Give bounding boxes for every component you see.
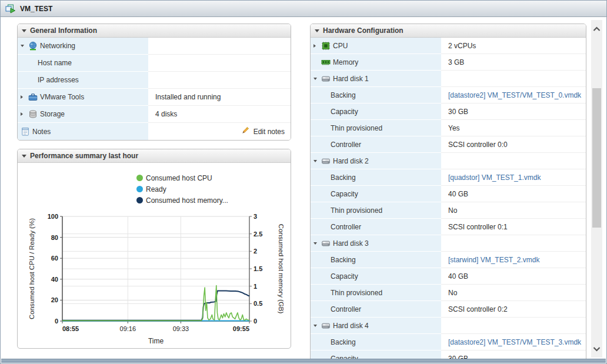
row-label: Thin provisioned bbox=[331, 206, 382, 215]
row-label: Controller bbox=[331, 223, 361, 231]
hardware-row-thin-provisioned: Thin provisionedYes bbox=[311, 120, 586, 136]
hardware-row-backing: Backing[datastore2] VM_TEST/VM_TEST_3.vm… bbox=[311, 334, 586, 350]
performance-header[interactable]: Performance summary last hour bbox=[18, 149, 291, 163]
collapse-icon bbox=[22, 29, 26, 32]
scroll-down-button[interactable] bbox=[591, 341, 602, 356]
row-label-cell: Capacity bbox=[311, 186, 441, 202]
row-label: Hard disk 1 bbox=[333, 75, 369, 83]
expander-down-icon[interactable] bbox=[313, 242, 321, 245]
svg-text:2.5: 2.5 bbox=[254, 231, 262, 238]
vmdk-link[interactable]: [starwind] VM_TEST_2.vmdk bbox=[448, 256, 539, 264]
expander-right-icon[interactable] bbox=[21, 95, 28, 99]
vertical-scrollbar[interactable] bbox=[591, 20, 602, 358]
row-value-cell bbox=[441, 71, 586, 87]
hardware-row-controller: ControllerSCSI controller 0:2 bbox=[311, 301, 586, 318]
row-value-cell: SCSI controller 0:0 bbox=[441, 136, 586, 153]
row-label-cell: Backing bbox=[311, 169, 441, 186]
row-value-cell bbox=[148, 72, 291, 89]
vmdk-link[interactable]: [quadstor] VM_TEST_1.vmdk bbox=[448, 173, 541, 182]
row-value-cell bbox=[441, 318, 586, 334]
left-column: General Information NetworkingHost nameI… bbox=[17, 24, 291, 349]
legend-item-ready: Ready bbox=[136, 183, 291, 195]
row-label: Hard disk 3 bbox=[333, 239, 369, 248]
row-label: Backing bbox=[331, 91, 356, 99]
vmdk-link[interactable]: [datastore2] VM_TEST/VM_TEST_3.vmdk bbox=[448, 338, 581, 346]
legend-label: Consumed host CPU bbox=[146, 174, 212, 182]
scrollbar-thumb[interactable] bbox=[592, 88, 601, 228]
hardware-row-hard-disk-3: Hard disk 3 bbox=[311, 235, 586, 252]
chart-legend: Consumed host CPUReadyConsumed host memo… bbox=[136, 172, 291, 206]
row-value-cell bbox=[441, 153, 586, 169]
hardware-row-capacity: Capacity40 GB bbox=[311, 186, 586, 202]
general-row-storage: Storage4 disks bbox=[18, 106, 291, 123]
hardware-configuration-header[interactable]: Hardware Configuration bbox=[311, 24, 586, 38]
row-value: 3 GB bbox=[448, 58, 464, 66]
row-label-cell: Storage bbox=[18, 106, 148, 123]
panel-title: General Information bbox=[30, 26, 97, 35]
svg-text:20: 20 bbox=[51, 296, 58, 303]
scroll-up-button[interactable] bbox=[591, 21, 602, 36]
notes-icon bbox=[21, 127, 32, 136]
expander-down-icon[interactable] bbox=[21, 45, 28, 47]
row-value: 4 disks bbox=[155, 110, 177, 118]
row-label-cell: Backing bbox=[311, 87, 441, 103]
row-label: Networking bbox=[40, 42, 75, 50]
hardware-row-cpu: CPU2 vCPUs bbox=[311, 38, 586, 54]
svg-text:60: 60 bbox=[51, 255, 58, 262]
vmware-tools-icon bbox=[28, 92, 40, 102]
row-label-cell: Backing bbox=[311, 252, 441, 268]
row-value: SCSI controller 0:2 bbox=[448, 305, 508, 313]
row-value-cell: [quadstor] VM_TEST_1.vmdk bbox=[441, 169, 586, 186]
pencil-icon bbox=[241, 126, 249, 137]
row-value-cell: 4 disks bbox=[148, 106, 291, 123]
row-label: VMware Tools bbox=[40, 93, 84, 101]
hardware-configuration-rows: CPU2 vCPUsMemory3 GBHard disk 1Backing[d… bbox=[311, 38, 586, 360]
edit-notes-button[interactable]: Edit notes bbox=[241, 126, 285, 137]
row-label: Controller bbox=[331, 305, 361, 313]
hardware-row-thin-provisioned: Thin provisionedNo bbox=[311, 285, 586, 301]
row-value: SCSI controller 0:1 bbox=[448, 223, 508, 231]
expander-down-icon[interactable] bbox=[313, 160, 321, 162]
vm-summary-window: VM_TEST General Information NetworkingHo… bbox=[0, 0, 607, 364]
expander-right-icon[interactable] bbox=[313, 44, 321, 48]
vmdk-link[interactable]: [datastore2] VM_TEST/VM_TEST_0.vmdk bbox=[448, 91, 581, 99]
row-value-cell: 2 vCPUs bbox=[441, 38, 586, 54]
hardware-configuration-panel: Hardware Configuration CPU2 vCPUsMemory3… bbox=[310, 24, 586, 360]
row-label: Thin provisioned bbox=[331, 124, 382, 132]
hard-disk-icon bbox=[321, 74, 333, 84]
row-label-cell: Controller bbox=[311, 136, 441, 153]
general-information-header[interactable]: General Information bbox=[18, 24, 291, 38]
row-label: Backing bbox=[331, 256, 356, 264]
svg-text:2: 2 bbox=[254, 248, 257, 255]
row-value-cell: SCSI controller 0:1 bbox=[441, 219, 586, 235]
legend-dot-icon bbox=[136, 186, 143, 192]
storage-icon bbox=[28, 109, 40, 119]
svg-text:09:55: 09:55 bbox=[233, 325, 249, 332]
row-label-cell: Backing bbox=[311, 334, 441, 350]
row-label-cell: Capacity bbox=[311, 268, 441, 285]
row-label-cell: Memory bbox=[311, 54, 441, 71]
row-label: Hard disk 2 bbox=[333, 157, 369, 165]
row-label-cell: Thin provisioned bbox=[311, 120, 441, 136]
row-value: Installed and running bbox=[155, 93, 221, 101]
hardware-row-controller: ControllerSCSI controller 0:0 bbox=[311, 136, 586, 153]
networking-icon bbox=[28, 41, 40, 51]
hard-disk-icon bbox=[321, 239, 333, 248]
row-label-cell: Host name bbox=[18, 55, 148, 72]
expander-right-icon[interactable] bbox=[21, 112, 28, 116]
title-bar: VM_TEST bbox=[1, 1, 606, 17]
row-label-cell: Capacity bbox=[311, 103, 441, 120]
row-value-cell: 40 GB bbox=[441, 268, 586, 285]
expander-down-icon[interactable] bbox=[313, 78, 321, 80]
row-label-cell: Controller bbox=[311, 301, 441, 318]
row-label-cell: CPU bbox=[311, 38, 441, 54]
hard-disk-icon bbox=[321, 156, 333, 166]
general-row-networking: Networking bbox=[18, 38, 291, 55]
svg-text:0: 0 bbox=[55, 318, 58, 325]
row-value: No bbox=[448, 206, 457, 215]
row-value-cell: No bbox=[441, 202, 586, 219]
row-label-cell: Thin provisioned bbox=[311, 202, 441, 219]
expander-down-icon[interactable] bbox=[313, 325, 321, 327]
svg-text:Time: Time bbox=[148, 337, 164, 345]
row-value: No bbox=[448, 289, 457, 297]
